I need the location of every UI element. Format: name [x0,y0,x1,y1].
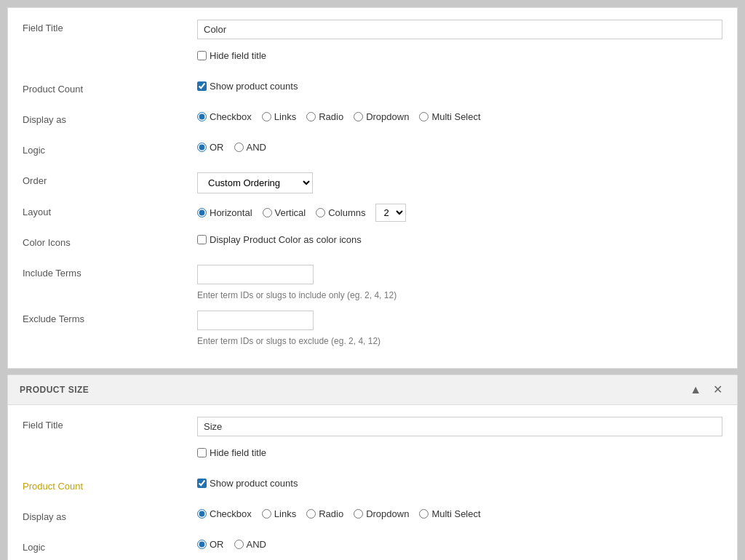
hide-field-title-checkbox[interactable] [197,51,207,60]
field-title-input[interactable] [197,20,722,39]
size-logic-label: Logic [23,539,197,553]
layout-row: Layout Horizontal Vertical Columns [23,204,722,224]
layout-columns-radio[interactable] [316,208,325,217]
display-multiselect-label[interactable]: Multi Select [419,111,480,122]
logic-and-radio[interactable] [234,143,244,152]
size-display-multiselect-radio[interactable] [419,509,429,519]
size-display-multiselect-text: Multi Select [431,508,480,519]
field-title-row: Field Title [23,20,722,40]
logic-label: Logic [23,142,197,156]
order-dropdown-wrapper: Custom Ordering [197,172,722,193]
show-product-counts-checkbox[interactable] [197,81,207,91]
logic-control: OR AND [197,142,722,153]
color-icons-group: Display Product Color as color icons [197,234,722,245]
size-display-multiselect-label[interactable]: Multi Select [419,508,480,519]
display-dropdown-text: Dropdown [366,111,409,122]
collapse-button[interactable]: ▲ [687,383,704,397]
display-checkbox-radio[interactable] [197,112,207,121]
size-display-radio-text: Radio [319,508,343,519]
include-terms-control: Enter term IDs or slugs to include only … [197,265,722,300]
product-size-header: PRODUCT SIZE ▲ ✕ [8,375,737,405]
order-label: Order [23,172,197,186]
display-multiselect-text: Multi Select [431,111,480,122]
size-logic-or-label[interactable]: OR [197,539,224,550]
display-dropdown-label[interactable]: Dropdown [354,111,409,122]
size-hide-checkbox-label[interactable]: Hide field title [197,447,266,458]
size-field-title-row: Field Title [23,417,722,437]
product-size-title: PRODUCT SIZE [20,385,89,395]
include-terms-label: Include Terms [23,265,197,279]
layout-columns-text: Columns [328,207,365,218]
product-size-section: PRODUCT SIZE ▲ ✕ Field Title Hide field … [7,375,738,560]
order-control: Custom Ordering [197,172,722,193]
size-display-dropdown-label[interactable]: Dropdown [354,508,409,519]
layout-vertical-radio[interactable] [263,208,272,217]
exclude-terms-label: Exclude Terms [23,311,197,324]
include-terms-row: Include Terms Enter term IDs or slugs to… [23,265,722,300]
display-multiselect-radio[interactable] [419,112,429,121]
size-show-product-counts-checkbox[interactable] [197,479,207,488]
size-hide-control: Hide field title [197,447,722,458]
show-product-counts-label[interactable]: Show product counts [197,81,298,92]
display-links-radio[interactable] [262,112,271,121]
close-button[interactable]: ✕ [710,383,725,397]
display-radio-label[interactable]: Radio [306,111,343,122]
color-icons-label: Color Icons [23,234,197,248]
columns-select[interactable]: 2 3 4 [375,204,406,222]
display-radio-radio[interactable] [306,112,316,121]
size-display-radio-label[interactable]: Radio [306,508,343,519]
size-display-links-radio[interactable] [262,509,271,519]
exclude-terms-hint: Enter term IDs or slugs to exclude (eg. … [197,336,722,346]
layout-horizontal-radio[interactable] [197,208,207,217]
hide-field-title-checkbox-label[interactable]: Hide field title [197,50,266,61]
size-show-product-counts-label[interactable]: Show product counts [197,478,298,489]
hide-field-title-spacer [23,50,197,53]
color-icons-checkbox-label[interactable]: Display Product Color as color icons [197,234,362,245]
layout-columns-label[interactable]: Columns [316,207,365,218]
hide-field-title-text: Hide field title [210,50,266,61]
size-show-product-counts-group: Show product counts [197,478,722,489]
size-display-checkbox-label[interactable]: Checkbox [197,508,252,519]
size-display-as-row: Display as Checkbox Links Radio [23,508,722,529]
hide-field-title-group: Hide field title [197,50,722,61]
size-product-count-control: Show product counts [197,478,722,489]
color-icons-checkbox[interactable] [197,235,207,244]
order-select[interactable]: Custom Ordering [197,172,313,193]
size-display-dropdown-radio[interactable] [354,509,363,519]
size-hide-spacer [23,447,197,450]
size-field-title-control [197,417,722,436]
logic-and-label[interactable]: AND [234,142,266,153]
layout-horizontal-label[interactable]: Horizontal [197,207,252,218]
size-logic-and-label[interactable]: AND [234,539,266,550]
size-display-checkbox-radio[interactable] [197,509,207,519]
color-icons-control: Display Product Color as color icons [197,234,722,245]
size-hide-text: Hide field title [210,447,266,458]
size-logic-control: OR AND [197,539,722,550]
size-logic-and-text: AND [247,539,266,550]
size-logic-group: OR AND [197,539,722,550]
display-links-label[interactable]: Links [262,111,296,122]
size-logic-row: Logic OR AND [23,539,722,559]
logic-or-radio[interactable] [197,143,207,152]
size-display-links-label[interactable]: Links [262,508,296,519]
size-hide-checkbox[interactable] [197,448,207,457]
hide-field-title-row: Hide field title [23,50,722,71]
color-icons-row: Color Icons Display Product Color as col… [23,234,722,255]
size-display-radio-radio[interactable] [306,509,316,519]
display-dropdown-radio[interactable] [354,112,363,121]
exclude-terms-row: Exclude Terms Enter term IDs or slugs to… [23,311,722,346]
size-display-as-label: Display as [23,508,197,522]
color-section: Field Title Hide field title Product Cou… [7,7,738,369]
field-title-control [197,20,722,39]
include-terms-input[interactable] [197,265,314,284]
show-product-counts-text: Show product counts [210,81,298,92]
product-size-body: Field Title Hide field title Product Cou… [8,405,737,560]
exclude-terms-input[interactable] [197,311,314,330]
layout-vertical-label[interactable]: Vertical [263,207,306,218]
logic-or-label[interactable]: OR [197,142,224,153]
logic-and-text: AND [247,142,266,153]
size-logic-and-radio[interactable] [234,540,244,549]
size-logic-or-radio[interactable] [197,540,207,549]
display-checkbox-label[interactable]: Checkbox [197,111,252,122]
size-field-title-input[interactable] [197,417,722,436]
